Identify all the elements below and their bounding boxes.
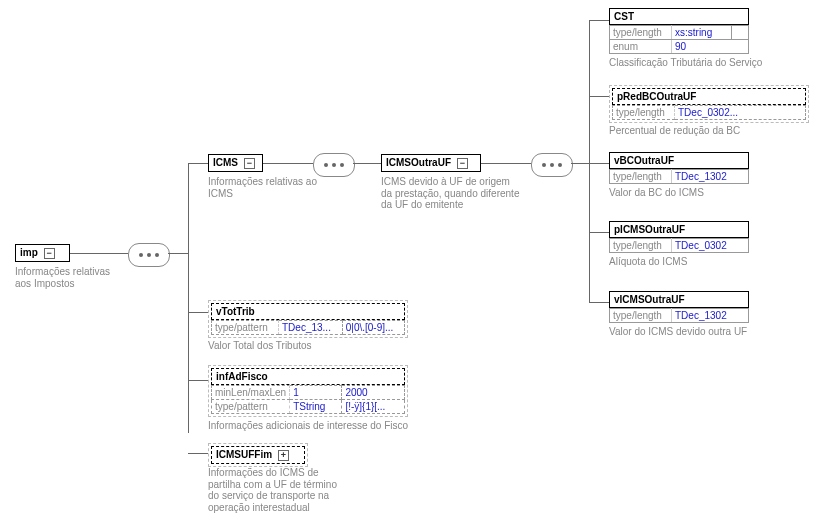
attr-value: TDec_0302 xyxy=(672,239,749,253)
attr-value: 90 xyxy=(672,40,749,54)
desc-icmsoutrauf: ICMS devido à UF de origem da prestação,… xyxy=(381,176,521,211)
attr-value: TDec_0302... xyxy=(675,106,806,120)
attr-label: enum xyxy=(610,40,672,54)
connector-line xyxy=(589,232,609,233)
collapse-icon[interactable]: − xyxy=(457,158,468,169)
connector-line xyxy=(263,163,313,164)
attr-table: minLen/maxLen12000 type/patternTString[!… xyxy=(211,385,405,414)
desc-predbc: Percentual de redução da BC xyxy=(609,125,779,137)
node-title[interactable]: vTotTrib xyxy=(211,303,405,320)
connector-line xyxy=(589,163,609,164)
attr-value: TDec_1302 xyxy=(672,309,749,323)
connector-line xyxy=(481,163,531,164)
attr-value: 2000 xyxy=(342,386,405,400)
node-title[interactable]: imp − xyxy=(15,244,70,262)
desc-vicms: Valor do ICMS devido outra UF xyxy=(609,326,799,338)
collapse-icon[interactable]: − xyxy=(244,158,255,169)
attr-label: type/pattern xyxy=(212,321,279,335)
attr-label: type/length xyxy=(610,170,672,184)
attr-value: 1 xyxy=(290,386,342,400)
connector-line xyxy=(168,253,188,254)
connector-line xyxy=(188,163,208,164)
choice-connector xyxy=(313,153,355,177)
connector-line xyxy=(589,20,609,21)
desc-infadfisco: Informações adicionais de interesse do F… xyxy=(208,420,418,432)
title-text: CST xyxy=(614,11,634,22)
sequence-connector xyxy=(128,243,170,267)
attr-value xyxy=(732,26,749,40)
node-title[interactable]: pRedBCOutraUF xyxy=(612,88,806,105)
node-predbc: pRedBCOutraUF type/lengthTDec_0302... xyxy=(609,85,809,123)
connector-line xyxy=(589,302,609,303)
node-title[interactable]: ICMS − xyxy=(208,154,263,172)
node-title[interactable]: vBCOutraUF xyxy=(609,152,749,169)
attr-label: minLen/maxLen xyxy=(212,386,290,400)
connector-line xyxy=(188,380,208,381)
title-text: ICMSUFFim xyxy=(216,449,272,460)
attr-label: type/length xyxy=(610,309,672,323)
title-text: pRedBCOutraUF xyxy=(617,91,696,102)
node-title[interactable]: vICMSOutraUF xyxy=(609,291,749,308)
attr-value: 0|0\.[0-9]... xyxy=(342,321,404,335)
attr-label: type/length xyxy=(613,106,675,120)
node-icmsoutrauf: ICMSOutraUF − xyxy=(381,154,481,172)
collapse-icon[interactable]: − xyxy=(44,248,55,259)
connector-line xyxy=(188,163,189,433)
connector-line xyxy=(188,453,208,454)
attr-table: type/lengthTDec_0302... xyxy=(612,105,806,120)
desc-vtottrib: Valor Total dos Tributos xyxy=(208,340,388,352)
connector-line xyxy=(188,312,208,313)
node-title[interactable]: ICMSUFFim + xyxy=(211,446,305,464)
attr-value: [!-ÿ]{1}[... xyxy=(342,400,405,414)
node-title[interactable]: CST xyxy=(609,8,749,25)
desc-cst: Classificação Tributária do Serviço xyxy=(609,57,779,69)
attr-value: xs:string xyxy=(672,26,732,40)
node-vbc: vBCOutraUF type/lengthTDec_1302 xyxy=(609,152,749,184)
expand-icon[interactable]: + xyxy=(278,450,289,461)
title-text: vTotTrib xyxy=(216,306,255,317)
title-text: ICMS xyxy=(213,157,238,168)
connector-line xyxy=(589,20,590,302)
node-vicms: vICMSOutraUF type/lengthTDec_1302 xyxy=(609,291,749,323)
attr-value: TDec_1302 xyxy=(672,170,749,184)
sequence-connector xyxy=(531,153,573,177)
attr-table: type/patternTDec_13...0|0\.[0-9]... xyxy=(211,320,405,335)
attr-value: TDec_13... xyxy=(279,321,343,335)
node-title[interactable]: infAdFisco xyxy=(211,368,405,385)
attr-table: type/lengthTDec_0302 xyxy=(609,238,749,253)
connector-line xyxy=(589,96,609,97)
title-text: imp xyxy=(20,247,38,258)
node-cst: CST type/lengthxs:string enum90 xyxy=(609,8,749,54)
desc-imp: Informações relativas aos Impostos xyxy=(15,266,125,289)
node-infadfisco: infAdFisco minLen/maxLen12000 type/patte… xyxy=(208,365,408,417)
desc-icmsuffim: Informações do ICMS de partilha com a UF… xyxy=(208,467,338,513)
attr-table: type/lengthTDec_1302 xyxy=(609,308,749,323)
desc-icms: Informações relativas ao ICMS xyxy=(208,176,318,199)
title-text: vBCOutraUF xyxy=(614,155,674,166)
connector-line xyxy=(571,163,589,164)
attr-label: type/length xyxy=(610,26,672,40)
node-title[interactable]: pICMSOutraUF xyxy=(609,221,749,238)
title-text: ICMSOutraUF xyxy=(386,157,451,168)
node-imp: imp − xyxy=(15,244,70,262)
title-text: infAdFisco xyxy=(216,371,268,382)
attr-table: type/lengthTDec_1302 xyxy=(609,169,749,184)
attr-table: type/lengthxs:string enum90 xyxy=(609,25,749,54)
node-picms: pICMSOutraUF type/lengthTDec_0302 xyxy=(609,221,749,253)
attr-value: TString xyxy=(290,400,342,414)
node-title[interactable]: ICMSOutraUF − xyxy=(381,154,481,172)
title-text: vICMSOutraUF xyxy=(614,294,685,305)
node-vtottrib: vTotTrib type/patternTDec_13...0|0\.[0-9… xyxy=(208,300,408,338)
attr-label: type/pattern xyxy=(212,400,290,414)
connector-line xyxy=(353,163,381,164)
node-icmsuffim: ICMSUFFim + xyxy=(208,443,308,467)
node-icms: ICMS − xyxy=(208,154,263,172)
attr-label: type/length xyxy=(610,239,672,253)
connector-line xyxy=(70,253,128,254)
title-text: pICMSOutraUF xyxy=(614,224,685,235)
desc-picms: Alíquota do ICMS xyxy=(609,256,779,268)
desc-vbc: Valor da BC do ICMS xyxy=(609,187,779,199)
